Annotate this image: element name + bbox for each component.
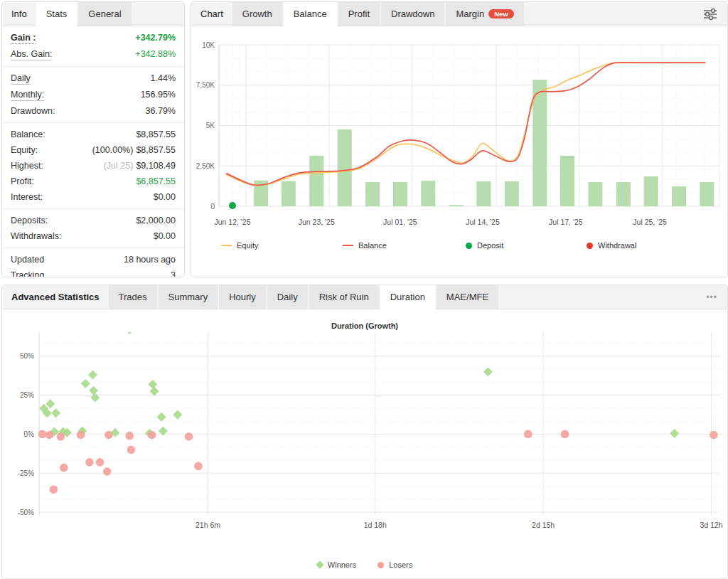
svg-text:Jun 12, '25: Jun 12, '25 (214, 218, 250, 226)
stat-row-withdrawals: Withdrawals:$0.00 (2, 228, 184, 244)
tab-label: Hourly (229, 285, 256, 309)
duration-scatter-chart[interactable]: 75%50%25%0%-25%-50%21h 6m1d 18h2d 15h3d … (2, 332, 726, 557)
svg-text:Jul 25, '25: Jul 25, '25 (633, 218, 667, 226)
divider (2, 208, 184, 209)
duration-scatter-svg[interactable]: 75%50%25%0%-25%-50%21h 6m1d 18h2d 15h3d … (2, 332, 726, 554)
stat-label: Highest: (11, 160, 43, 171)
legend-item-equity[interactable]: Equity (221, 241, 259, 250)
svg-text:-25%: -25% (18, 469, 34, 477)
stat-label[interactable]: Monthly: (11, 89, 44, 101)
svg-text:3d 12h: 3d 12h (700, 521, 722, 529)
legend-item-withdrawal[interactable]: Withdrawal (587, 241, 636, 250)
tab-growth[interactable]: Growth (232, 2, 282, 26)
legend-item-winners[interactable]: Winners (317, 561, 356, 569)
svg-text:-50%: -50% (18, 509, 34, 516)
legend-item-losers[interactable]: Losers (378, 561, 412, 569)
svg-text:2.50K: 2.50K (196, 162, 215, 170)
tab-label: General (88, 2, 121, 26)
stat-row-abs-gain: Abs. Gain:+342.88% (2, 46, 184, 63)
tab-stats[interactable]: Stats (36, 2, 77, 26)
stat-row-drawdown: Drawdown:36.79% (2, 103, 184, 119)
tab-trades[interactable]: Trades (109, 285, 157, 309)
stat-row-monthly: Monthly:156.95% (2, 87, 184, 103)
tab-label: Growth (242, 2, 272, 26)
balance-chart-panel: Chart GrowthBalanceProfitDrawdownMarginN… (191, 1, 728, 277)
stats-rows: Gain :+342.79%Abs. Gain:+342.88%Daily1.4… (2, 26, 184, 277)
stat-value: +342.79% (135, 32, 176, 43)
new-badge: New (488, 9, 514, 19)
legend-label: Balance (358, 241, 387, 250)
more-options-button[interactable]: ••• (696, 292, 727, 302)
tab-label: Profit (348, 2, 370, 26)
tab-profit[interactable]: Profit (338, 2, 380, 26)
stat-row-daily: Daily1.44% (2, 70, 184, 87)
legend-item-deposit[interactable]: Deposit (466, 241, 503, 250)
svg-text:21h 6m: 21h 6m (196, 521, 220, 529)
tab-summary[interactable]: Summary (159, 285, 218, 309)
balance-equity-chart-svg[interactable]: 02.50K5K7.50K10KJun 12, '25Jun 23, '25Ju… (191, 26, 726, 239)
balance-equity-chart[interactable]: 02.50K5K7.50K10KJun 12, '25Jun 23, '25Ju… (191, 26, 726, 242)
equity-swatch-line (221, 245, 232, 246)
legend-label: Losers (389, 561, 412, 569)
withdrawal-swatch-dot (587, 243, 593, 249)
stat-label[interactable]: Daily (11, 73, 31, 85)
stat-value: $0.00 (154, 230, 176, 242)
svg-text:Jul 17, '25: Jul 17, '25 (549, 218, 583, 226)
divider (2, 248, 184, 248)
stat-row-balance: Balance:$8,857.55 (2, 127, 184, 142)
tab-duration[interactable]: Duration (380, 285, 435, 309)
divider (2, 122, 184, 123)
stat-row-equity: Equity:(100.00%)$8,857.55 (2, 142, 184, 158)
stat-label: Drawdown: (11, 105, 55, 117)
stat-value: $8,857.55 (136, 129, 176, 140)
stat-value-prefix: (Jul 25) (104, 161, 134, 171)
legend-item-balance[interactable]: Balance (343, 241, 387, 250)
account-stats-panel: Info StatsGeneral Gain :+342.79%Abs. Gai… (1, 1, 185, 277)
stat-row-gain: Gain :+342.79% (2, 30, 184, 46)
advanced-statistics-label: Advanced Statistics (2, 285, 109, 309)
tab-general[interactable]: General (78, 2, 131, 26)
tab-risk-of-ruin[interactable]: Risk of Ruin (309, 285, 379, 309)
stat-label: Profit: (11, 176, 34, 187)
stat-row-profit: Profit:$6,857.55 (2, 174, 184, 189)
tab-label: Trades (119, 285, 147, 309)
svg-text:7.50K: 7.50K (196, 81, 215, 89)
stat-value: $2,000.00 (136, 215, 176, 226)
svg-text:Jul 14, '25: Jul 14, '25 (466, 218, 500, 226)
scatter-chart-title: Duration (Growth) (2, 322, 727, 330)
stat-label[interactable]: Gain : (11, 32, 36, 44)
tab-daily[interactable]: Daily (267, 285, 308, 309)
legend-label: Equity (237, 241, 259, 250)
stat-value: 156.95% (141, 89, 176, 100)
svg-text:2d 15h: 2d 15h (532, 521, 555, 529)
legend-label: Deposit (477, 241, 503, 250)
stat-label: Balance: (11, 129, 46, 140)
advanced-stats-tabbar: Advanced Statistics TradesSummaryHourlyD… (2, 285, 727, 309)
tab-label: Risk of Ruin (319, 285, 369, 309)
balance-swatch-line (343, 245, 353, 246)
chart-section-label: Chart (191, 2, 232, 26)
svg-text:25%: 25% (20, 391, 34, 399)
svg-text:1d 18h: 1d 18h (364, 521, 387, 529)
info-section-label[interactable]: Info (2, 2, 36, 26)
tab-balance[interactable]: Balance (284, 2, 337, 26)
tab-drawdown[interactable]: Drawdown (381, 2, 444, 26)
tab-margin[interactable]: MarginNew (446, 2, 523, 26)
divider (2, 66, 184, 67)
tab-hourly[interactable]: Hourly (219, 285, 266, 309)
stat-value: $0.00 (154, 191, 176, 203)
stat-label[interactable]: Abs. Gain: (11, 48, 52, 60)
stat-row-interest: Interest:$0.00 (2, 189, 184, 205)
deposit-swatch-dot (466, 243, 472, 249)
stat-value-prefix: (100.00%) (92, 145, 134, 155)
advanced-statistics-panel: Advanced Statistics TradesSummaryHourlyD… (1, 285, 728, 579)
legend-label: Withdrawal (598, 241, 636, 250)
stat-row-deposits: Deposits:$2,000.00 (2, 213, 184, 228)
stat-value: 18 hours ago (124, 254, 176, 265)
losers-circle-swatch (378, 562, 384, 568)
tab-mae-mfe[interactable]: MAE/MFE (437, 285, 498, 309)
stat-label: Withdrawals: (11, 230, 62, 242)
chart-settings-icon[interactable] (702, 8, 718, 21)
tab-label: Drawdown (391, 2, 434, 26)
tab-label: Daily (277, 285, 298, 309)
